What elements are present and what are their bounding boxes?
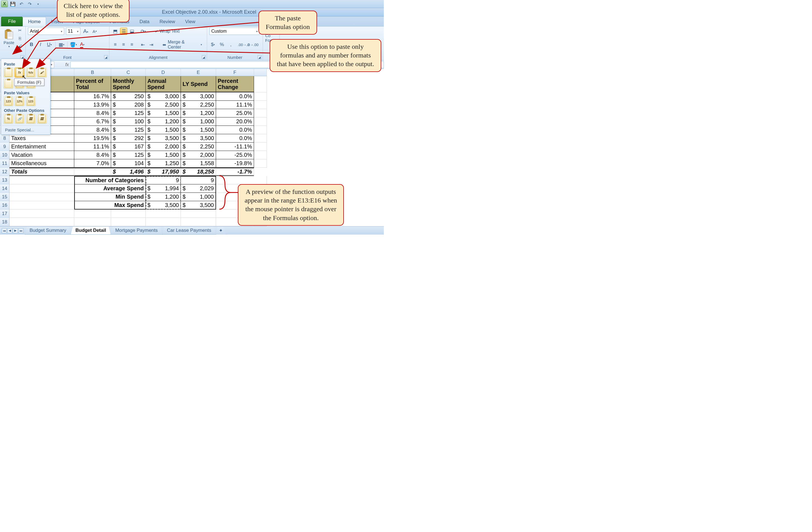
cell[interactable]: $1,500 [146,109,181,117]
cell[interactable]: $3,000 [181,92,216,101]
row-header[interactable]: 11 [0,159,10,168]
cell[interactable]: 9 [146,176,181,184]
col-header-b[interactable]: B [74,69,111,76]
cell[interactable]: -19.8% [216,159,254,168]
new-sheet-icon[interactable]: ✦ [216,226,226,235]
cell[interactable]: $1,994 [146,184,181,193]
undo-icon[interactable]: ↶ [18,1,25,7]
row-header[interactable]: 18 [0,218,10,226]
paste-picture-icon[interactable]: 🖼 [26,114,36,124]
row-header[interactable]: 14 [0,184,10,193]
cell[interactable]: 20.0% [216,117,254,126]
align-bottom-icon[interactable]: ⬓ [128,28,136,35]
font-name-combo[interactable]: Arial ▾ [28,28,64,35]
summary-label[interactable]: Average Spend [74,184,146,193]
paste-keep-source-format-icon[interactable]: 🖌 [37,68,47,77]
cell[interactable]: $100 [111,117,146,126]
alignment-launcher-icon[interactable]: ◢ [202,55,206,59]
summary-label[interactable]: Min Spend [74,193,146,201]
wrap-text-button[interactable]: ⤶ Wrap Text [152,28,182,35]
summary-label[interactable]: Number of Categories [74,176,146,184]
paste-linked-picture-icon[interactable]: 🖼 [37,114,47,124]
paste-button[interactable]: Paste ▾ [2,28,16,49]
cell[interactable]: $2,029 [181,184,216,193]
paste-values-number-format-icon[interactable]: 12% [15,96,25,106]
cell[interactable]: $1,000 [181,193,216,201]
cell[interactable]: $2,250 [181,101,216,109]
cell[interactable]: 11.1% [74,143,111,151]
cell[interactable]: Vacation [10,151,74,159]
comma-format-icon[interactable]: , [227,41,234,48]
cell[interactable]: -25.0% [216,151,254,159]
cell[interactable]: $3,500 [181,134,216,143]
col-header-d[interactable]: D [146,69,181,76]
cell[interactable]: 9 [181,176,216,184]
cell[interactable]: -11.1% [216,143,254,151]
col-header-f[interactable]: F [216,69,254,76]
cell[interactable]: $1,200 [146,117,181,126]
fx-icon[interactable]: fx [65,62,69,67]
paste-values-icon[interactable]: 123 [3,96,13,106]
cell[interactable]: $3,000 [146,92,181,101]
borders-icon[interactable]: ▦▾ [58,41,65,48]
tab-home[interactable]: Home [23,17,46,26]
cell[interactable]: $292 [111,134,146,143]
cell[interactable]: 0.0% [216,126,254,134]
cell[interactable]: $125 [111,151,146,159]
cell[interactable]: $1,500 [146,151,181,159]
cell[interactable]: $1,500 [146,126,181,134]
save-icon[interactable]: 💾 [10,1,16,7]
cell[interactable]: $3,500 [146,201,181,209]
paste-link-icon[interactable]: 🔗 [15,114,25,124]
align-top-icon[interactable]: ⬒ [112,28,119,35]
decrease-indent-icon[interactable]: ⇤ [139,41,147,48]
font-size-combo[interactable]: 11 ▾ [66,28,81,35]
accounting-format-icon[interactable]: $▾ [209,41,217,48]
row-header[interactable]: 13 [0,176,10,184]
header-cell[interactable]: Annual Spend [146,76,181,92]
shrink-font-icon[interactable]: A▾ [91,28,98,35]
underline-button[interactable]: U▾ [46,41,53,48]
paste-formatting-icon[interactable]: % [3,114,13,124]
cell[interactable]: 8.4% [74,126,111,134]
orientation-icon[interactable]: ⟳▾ [140,28,147,35]
sheet-prev-icon[interactable]: ◀ [7,228,12,233]
font-launcher-icon[interactable]: ◢ [104,55,108,59]
grow-font-icon[interactable]: A▴ [82,28,89,35]
decrease-decimal-icon[interactable]: .0→.00 [249,41,256,48]
tab-data[interactable]: Data [134,17,155,26]
format-painter-icon[interactable]: 🖌 [17,43,23,49]
cell[interactable]: $167 [111,143,146,151]
sheet-next-icon[interactable]: ▶ [13,228,18,233]
cell[interactable]: $2,500 [146,101,181,109]
increase-decimal-icon[interactable]: .00→.0 [240,41,247,48]
totals-label[interactable]: Totals [10,168,74,176]
cell[interactable]: $1,558 [181,159,216,168]
header-cell[interactable]: Percent Change [216,76,254,92]
cell[interactable]: Entertainment [10,143,74,151]
cell[interactable]: 25.0% [216,109,254,117]
cell[interactable]: 8.4% [74,151,111,159]
row-header[interactable]: 9 [0,143,10,151]
cell[interactable]: $2,000 [181,151,216,159]
cell[interactable]: 0.0% [216,92,254,101]
header-cell[interactable]: Percent of Total [74,76,111,92]
row-header[interactable]: 15 [0,193,10,201]
paste-formulas-number-format-icon[interactable]: %fx [26,68,36,77]
cell[interactable]: $250 [111,92,146,101]
redo-icon[interactable]: ↷ [26,1,33,7]
col-header-g[interactable] [254,69,267,76]
align-left-icon[interactable]: ≡ [112,41,119,48]
align-right-icon[interactable]: ≡ [128,41,136,48]
qat-customize-icon[interactable]: ▾ [34,1,41,7]
increase-indent-icon[interactable]: ⇥ [148,41,155,48]
header-cell[interactable]: LY Spend [181,76,216,92]
tab-view[interactable]: View [180,17,200,26]
paste-values-source-format-icon[interactable]: 123 [26,96,36,106]
cut-icon[interactable]: ✂ [17,28,23,33]
fill-color-icon[interactable]: 🪣▾ [70,41,77,48]
font-color-icon[interactable]: A▾ [79,41,86,48]
sheet-tab[interactable]: Mortgage Payments [111,226,162,235]
cell[interactable]: $1,250 [146,159,181,168]
paste-dropdown-arrow-icon[interactable]: ▾ [9,45,10,48]
